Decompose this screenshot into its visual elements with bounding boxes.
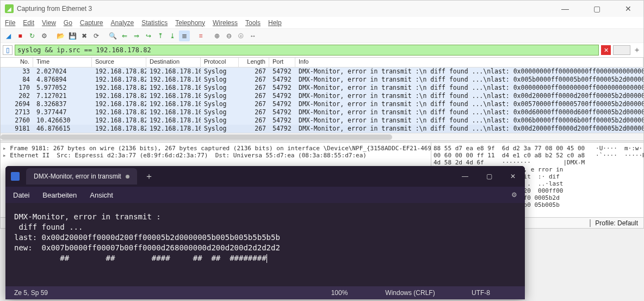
np-menu-view[interactable]: Ansicht bbox=[90, 191, 113, 199]
packet-list: No. Time Source Destination Protocol Len… bbox=[1, 57, 643, 140]
menu-go[interactable]: Go bbox=[64, 19, 72, 27]
table-row[interactable]: 26948.326837192.168.178.82192.168.178.10… bbox=[1, 100, 643, 108]
np-cursor-pos: Ze 5, Sp 59 bbox=[14, 289, 48, 297]
table-row[interactable]: 1705.977052192.168.178.82192.168.178.10S… bbox=[1, 84, 643, 92]
wireshark-icon: ◢ bbox=[5, 4, 14, 13]
resize-columns-icon[interactable]: ↔ bbox=[247, 30, 258, 41]
np-titlebar: DMX-Monitor, error in transmit ＋ — ▢ ✕ bbox=[5, 166, 525, 187]
capture-options-icon[interactable]: ⚙ bbox=[39, 30, 49, 41]
menu-telephony[interactable]: Telephony bbox=[175, 19, 205, 27]
window-title: Capturing from Ethernet 3 bbox=[17, 5, 554, 13]
np-maximize-button[interactable]: ▢ bbox=[477, 166, 501, 187]
go-last-icon[interactable]: ⤓ bbox=[167, 30, 178, 41]
start-capture-icon[interactable]: ◢ bbox=[3, 30, 14, 41]
np-eol: Windows (CRLF) bbox=[375, 289, 445, 297]
np-settings-icon[interactable]: ⚙ bbox=[511, 191, 517, 199]
packet-list-header: No. Time Source Destination Protocol Len… bbox=[1, 58, 643, 67]
np-menu-file[interactable]: Datei bbox=[13, 191, 29, 199]
table-row[interactable]: 27139.377447192.168.178.82192.168.178.10… bbox=[1, 108, 643, 116]
table-row[interactable]: 844.876894192.168.178.82192.168.178.10Sy… bbox=[1, 76, 643, 84]
menu-tools[interactable]: Tools bbox=[245, 19, 261, 27]
col-destination[interactable]: Destination bbox=[146, 58, 201, 67]
col-info[interactable]: Info bbox=[295, 58, 643, 67]
np-menubar: Datei Bearbeiten Ansicht ⚙ bbox=[5, 187, 525, 203]
table-row[interactable]: 2027.127021192.168.178.82192.168.178.10S… bbox=[1, 92, 643, 100]
menu-statistics[interactable]: Statistics bbox=[141, 19, 168, 27]
go-forward-icon[interactable]: ⇒ bbox=[131, 30, 142, 41]
colorize-icon[interactable]: ≡ bbox=[195, 30, 206, 41]
maximize-button[interactable]: ▢ bbox=[586, 4, 608, 13]
minimize-button[interactable]: — bbox=[554, 4, 576, 13]
close-button[interactable]: ✕ bbox=[617, 4, 639, 13]
menu-file[interactable]: File bbox=[5, 19, 15, 27]
clear-filter-button[interactable]: ✕ bbox=[601, 45, 611, 55]
table-row[interactable]: 276010.426630192.168.178.82192.168.178.1… bbox=[1, 116, 643, 125]
table-row[interactable]: 332.027024192.168.178.82192.168.178.10Sy… bbox=[1, 67, 643, 76]
np-menu-edit[interactable]: Bearbeiten bbox=[42, 191, 77, 199]
table-row[interactable]: 918146.876615192.168.178.82192.168.178.1… bbox=[1, 125, 643, 133]
menu-view[interactable]: View bbox=[42, 19, 56, 27]
menu-help[interactable]: Help bbox=[268, 19, 282, 27]
stop-capture-icon[interactable]: ■ bbox=[15, 30, 26, 41]
unsaved-dot-icon bbox=[126, 175, 129, 179]
filter-apply-dropdown[interactable] bbox=[613, 45, 630, 55]
np-encoding: UTF-8 bbox=[445, 289, 516, 297]
col-port[interactable]: Port bbox=[269, 58, 295, 67]
menubar: File Edit View Go Capture Analyze Statis… bbox=[1, 17, 643, 29]
go-to-packet-icon[interactable]: ↪ bbox=[143, 30, 154, 41]
zoom-in-icon[interactable]: ⊕ bbox=[212, 30, 222, 41]
np-tab-title: DMX-Monitor, error in transmit bbox=[34, 173, 121, 180]
notepad-window: DMX-Monitor, error in transmit ＋ — ▢ ✕ D… bbox=[5, 166, 525, 299]
restart-capture-icon[interactable]: ↻ bbox=[27, 30, 38, 41]
zoom-out-icon[interactable]: ⊖ bbox=[224, 30, 234, 41]
col-source[interactable]: Source bbox=[92, 58, 146, 67]
np-zoom: 100% bbox=[304, 289, 375, 297]
zoom-reset-icon[interactable]: ⦾ bbox=[236, 30, 246, 41]
close-file-icon[interactable]: ✖ bbox=[79, 30, 90, 41]
find-packet-icon[interactable]: 🔍 bbox=[107, 30, 118, 41]
titlebar: ◢ Capturing from Ethernet 3 — ▢ ✕ bbox=[1, 1, 643, 17]
col-protocol[interactable]: Protocol bbox=[201, 58, 239, 67]
open-file-icon[interactable]: 📂 bbox=[55, 30, 66, 41]
np-new-tab-button[interactable]: ＋ bbox=[145, 171, 153, 182]
notepad-icon bbox=[11, 172, 20, 181]
display-filter-input[interactable] bbox=[15, 45, 599, 56]
np-statusbar: Ze 5, Sp 59 100% Windows (CRLF) UTF-8 bbox=[5, 286, 525, 299]
np-close-button[interactable]: ✕ bbox=[501, 166, 525, 187]
menu-capture[interactable]: Capture bbox=[80, 19, 103, 27]
menu-wireless[interactable]: Wireless bbox=[213, 19, 238, 27]
bookmark-filter-icon[interactable]: ▯ bbox=[3, 45, 13, 55]
auto-scroll-icon[interactable]: ≣ bbox=[179, 30, 190, 41]
col-time[interactable]: Time bbox=[33, 58, 92, 67]
col-no[interactable]: No. bbox=[1, 58, 33, 67]
np-text-area[interactable]: DMX-Monitor, error in transmit : diff fo… bbox=[5, 203, 525, 272]
toolbar: ◢ ■ ↻ ⚙ 📂 💾 ✖ ⟳ 🔍 ⇐ ⇒ ↪ ⤒ ⤓ ≣ ≡ ⊕ ⊖ ⦾ ↔ bbox=[1, 29, 643, 43]
menu-edit[interactable]: Edit bbox=[23, 19, 34, 27]
go-back-icon[interactable]: ⇐ bbox=[119, 30, 130, 41]
profile-indicator[interactable]: Profile: Default bbox=[590, 219, 638, 227]
menu-analyze[interactable]: Analyze bbox=[111, 19, 134, 27]
save-icon[interactable]: 💾 bbox=[67, 30, 78, 41]
np-minimize-button[interactable]: — bbox=[453, 166, 477, 187]
go-first-icon[interactable]: ⤒ bbox=[155, 30, 166, 41]
col-length[interactable]: Length bbox=[239, 58, 269, 67]
h-scrollbar[interactable] bbox=[1, 133, 643, 140]
add-filter-button[interactable]: ＋ bbox=[633, 45, 641, 55]
np-tab[interactable]: DMX-Monitor, error in transmit bbox=[26, 168, 137, 185]
reload-icon[interactable]: ⟳ bbox=[91, 30, 102, 41]
filterbar: ▯ ✕ ＋ bbox=[1, 43, 643, 57]
